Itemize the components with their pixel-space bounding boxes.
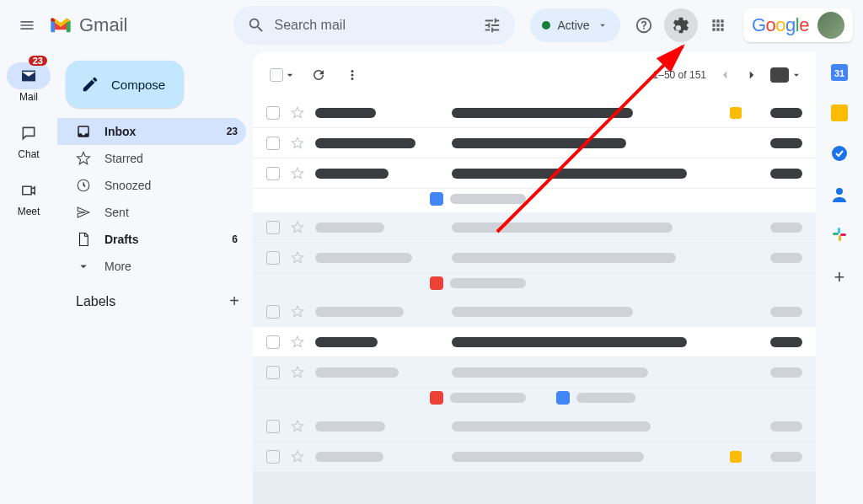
refresh-button[interactable] — [303, 60, 334, 90]
app-body: 23 Mail Chat Meet Compose Inbox23Starred… — [0, 51, 863, 504]
hamburger-icon — [19, 17, 35, 34]
gmail-icon — [49, 16, 72, 35]
checkbox[interactable] — [266, 450, 280, 464]
attachment-chip[interactable] — [253, 189, 816, 212]
checkbox[interactable] — [266, 167, 280, 180]
message-row[interactable] — [253, 98, 816, 128]
checkbox[interactable] — [266, 137, 280, 150]
svg-text:31: 31 — [834, 68, 844, 78]
star-icon[interactable] — [290, 449, 305, 464]
get-addons-button[interactable]: + — [834, 266, 845, 288]
more-icon — [76, 259, 91, 274]
message-row[interactable] — [253, 357, 816, 388]
add-label-button[interactable]: + — [229, 292, 239, 311]
checkbox[interactable] — [266, 335, 280, 349]
star-icon — [76, 151, 91, 166]
attachment-chip[interactable] — [253, 273, 816, 297]
sidebar-item-starred[interactable]: Starred — [57, 145, 246, 172]
rail-meet-label: Meet — [18, 206, 40, 217]
compose-button[interactable]: Compose — [66, 61, 184, 108]
message-row[interactable] — [253, 327, 816, 357]
sidebar-item-drafts[interactable]: Drafts6 — [57, 226, 246, 253]
svg-point-4 — [832, 146, 847, 161]
checkbox[interactable] — [266, 305, 280, 319]
mail-icon — [20, 69, 37, 83]
app-name: Gmail — [79, 14, 127, 36]
sidebar-item-sent[interactable]: Sent — [57, 199, 246, 226]
sidebar-item-label: Inbox — [105, 125, 213, 138]
rail-meet[interactable]: Meet — [7, 177, 51, 217]
chevron-right-icon — [744, 67, 759, 83]
prev-page-button[interactable] — [711, 62, 738, 88]
status-dot-icon — [542, 21, 550, 29]
star-icon[interactable] — [290, 335, 305, 350]
search-bar[interactable] — [233, 6, 515, 45]
input-tools-button[interactable] — [770, 67, 802, 83]
main-menu-button[interactable] — [10, 8, 44, 42]
contacts-addon[interactable] — [831, 185, 848, 206]
message-row[interactable] — [253, 128, 816, 158]
star-icon[interactable] — [290, 105, 305, 121]
labels-title: Labels — [76, 294, 115, 309]
sidebar-item-count: 6 — [232, 233, 238, 245]
sidebar-item-snoozed[interactable]: Snoozed — [57, 172, 246, 199]
star-icon[interactable] — [290, 419, 305, 434]
avatar[interactable] — [817, 12, 844, 39]
account-area[interactable]: Google — [743, 8, 853, 42]
checkbox[interactable] — [266, 251, 280, 265]
rail-mail[interactable]: 23 Mail — [7, 62, 51, 103]
star-icon[interactable] — [290, 365, 305, 380]
message-row[interactable] — [253, 158, 816, 189]
apps-button[interactable] — [701, 8, 735, 42]
svg-rect-8 — [839, 235, 841, 241]
mail-main: 1–50 of 151 — [253, 52, 816, 504]
tune-icon[interactable] — [483, 16, 501, 35]
star-icon[interactable] — [290, 166, 305, 181]
chevron-left-icon — [717, 67, 732, 83]
message-row[interactable] — [253, 442, 816, 472]
sidebar-item-more[interactable]: More — [57, 253, 246, 280]
more-button[interactable] — [337, 60, 367, 90]
sidebar-item-label: Starred — [105, 152, 238, 165]
inbox-icon — [76, 124, 91, 139]
message-row[interactable] — [253, 297, 816, 327]
checkbox[interactable] — [266, 221, 280, 234]
message-row[interactable] — [253, 243, 816, 273]
support-button[interactable] — [627, 8, 661, 42]
checkbox[interactable] — [266, 106, 280, 120]
calendar-icon: 31 — [831, 64, 848, 81]
rail-chat-label: Chat — [18, 148, 39, 160]
message-row[interactable] — [253, 212, 816, 243]
star-icon[interactable] — [290, 220, 305, 235]
star-icon[interactable] — [290, 304, 305, 319]
sidebar-item-inbox[interactable]: Inbox23 — [57, 118, 246, 145]
caret-down-icon — [283, 68, 297, 82]
checkbox[interactable] — [266, 420, 280, 433]
star-icon[interactable] — [290, 136, 305, 151]
status-chip[interactable]: Active — [530, 8, 619, 42]
settings-button[interactable] — [664, 8, 698, 42]
checkbox[interactable] — [266, 366, 280, 379]
slack-addon[interactable] — [831, 226, 848, 246]
message-row[interactable] — [253, 411, 816, 442]
sidebar-item-count: 23 — [227, 126, 238, 137]
send-icon — [76, 205, 91, 220]
slack-icon — [831, 226, 848, 243]
star-icon[interactable] — [290, 250, 305, 265]
attachment-chip[interactable] — [253, 388, 816, 411]
svg-rect-7 — [833, 233, 839, 235]
gmail-logo[interactable]: Gmail — [49, 14, 127, 36]
search-input[interactable] — [272, 17, 476, 34]
sidebar-item-label: More — [105, 260, 238, 273]
header: Gmail Active Google — [0, 0, 863, 51]
help-icon — [635, 16, 653, 35]
keep-addon[interactable] — [831, 105, 848, 125]
next-page-button[interactable] — [738, 62, 765, 88]
chat-icon — [20, 125, 37, 142]
select-all[interactable] — [266, 65, 300, 85]
rail-chat[interactable]: Chat — [7, 120, 51, 160]
tasks-addon[interactable] — [831, 145, 848, 165]
calendar-addon[interactable]: 31 — [831, 64, 848, 84]
svg-rect-6 — [838, 228, 840, 233]
refresh-icon — [311, 67, 326, 83]
